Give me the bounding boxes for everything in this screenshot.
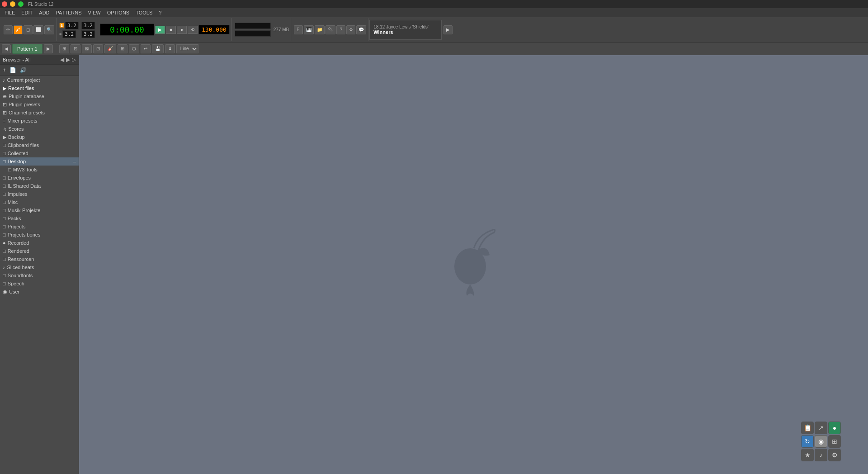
- settings-button[interactable]: ⚙: [346, 25, 355, 34]
- stop-button[interactable]: ■: [166, 26, 176, 34]
- piano-roll-button[interactable]: 🎹: [304, 25, 314, 34]
- play-button[interactable]: ▶: [155, 26, 165, 34]
- browser-item-projects-bones[interactable]: □Projects bones: [0, 231, 79, 239]
- share-btn[interactable]: ↗: [815, 422, 827, 434]
- main-area: Browser - All ◀ ▶ ▷ + 📄 🔊 ♪Current proje…: [0, 55, 868, 474]
- menu-item-add[interactable]: ADD: [36, 9, 52, 16]
- browser-add-button[interactable]: +: [2, 66, 7, 74]
- browser-item-channel-presets[interactable]: ⊞Channel presets: [0, 109, 79, 117]
- erase-tool-button[interactable]: ◻: [24, 25, 33, 34]
- browser-nav-forward[interactable]: ▶: [66, 57, 70, 63]
- browser-item-recorded[interactable]: ●Recorded: [0, 239, 79, 247]
- next-song-button[interactable]: ▶: [443, 25, 453, 34]
- menu-item-options[interactable]: OPTIONS: [104, 9, 132, 16]
- save-btn[interactable]: 💾: [152, 44, 164, 53]
- menu-bar: FILEEDITADDPATTERNSVIEWOPTIONSTOOLS?: [0, 8, 868, 17]
- browser-item-ressourcen[interactable]: □Ressourcen: [0, 255, 79, 263]
- browser-item-recent-files[interactable]: ▶Recent files: [0, 84, 79, 92]
- chat-button[interactable]: 💬: [356, 25, 366, 34]
- transport-section: 0:00.00 ▶ ■ ● ⟲ 130.000: [98, 18, 232, 41]
- browser-item-projects[interactable]: □Projects: [0, 223, 79, 231]
- musik-projekte-icon: □: [3, 208, 6, 213]
- grid-btn[interactable]: ⊞: [828, 435, 841, 448]
- menu-item-view[interactable]: VIEW: [85, 9, 104, 16]
- record-button[interactable]: ●: [177, 26, 187, 34]
- extra2-btn[interactable]: ♪: [815, 449, 827, 461]
- zoom-tool-button[interactable]: 🔍: [44, 25, 54, 34]
- song-mode-btn[interactable]: ⊞: [59, 44, 69, 53]
- browser-item-packs[interactable]: □Packs: [0, 214, 79, 223]
- browser-speaker-button[interactable]: 🔊: [19, 66, 28, 74]
- browser-item-misc[interactable]: □Misc: [0, 198, 79, 206]
- close-button[interactable]: [2, 1, 7, 7]
- browser-expand[interactable]: ▷: [72, 57, 76, 63]
- window-title: FL Studio 12: [28, 2, 53, 7]
- mw3-tools-label: MW3 Tools: [13, 167, 38, 172]
- menu-item-tools[interactable]: TOOLS: [133, 9, 155, 16]
- help-button[interactable]: ?: [336, 25, 345, 34]
- browser-item-soundfonts[interactable]: □Soundfonts: [0, 271, 79, 280]
- chord-btn[interactable]: 🎸: [104, 44, 116, 53]
- browser-item-plugin-database[interactable]: ⊕Plugin database: [0, 92, 79, 100]
- browser-item-backup[interactable]: ▶Backup: [0, 133, 79, 141]
- green-btn[interactable]: ●: [828, 422, 841, 434]
- browser-item-collected[interactable]: □Collected: [0, 149, 79, 157]
- line-mode-select[interactable]: Line: [176, 44, 198, 53]
- recent-files-label: Recent files: [8, 85, 34, 91]
- browser-item-mixer-presets[interactable]: ≡Mixer presets: [0, 117, 79, 125]
- packs-icon: □: [3, 216, 6, 221]
- eye-btn[interactable]: ◉: [815, 435, 827, 448]
- minimize-button[interactable]: [10, 1, 15, 7]
- browser-item-scores[interactable]: ♫Scores: [0, 125, 79, 133]
- browser-item-musik-projekte[interactable]: □Musik-Projekte: [0, 206, 79, 214]
- browser-item-current-project[interactable]: ♪Current project: [0, 76, 79, 84]
- undo-btn[interactable]: ↩: [141, 44, 151, 53]
- browser-item-desktop[interactable]: □Desktop–: [0, 157, 79, 166]
- plugin-button[interactable]: 🔌: [326, 25, 335, 34]
- pattern-next-button[interactable]: ▶: [44, 44, 53, 53]
- paint-tool-button[interactable]: 🖌: [14, 25, 23, 34]
- extra3-btn[interactable]: ⚙: [828, 449, 841, 461]
- copy-btn[interactable]: 📋: [801, 422, 814, 434]
- menu-item-file[interactable]: FILE: [2, 9, 18, 16]
- browser-item-il-shared-data[interactable]: □IL Shared Data: [0, 182, 79, 190]
- pattern-prev-button[interactable]: ◀: [2, 44, 11, 53]
- maximize-button[interactable]: [18, 1, 24, 7]
- pattern-label-button[interactable]: Pattern 1: [12, 44, 42, 54]
- menu-item-edit[interactable]: EDIT: [19, 9, 35, 16]
- snap-btn[interactable]: ⊡: [71, 44, 80, 53]
- browser-file-button[interactable]: 📄: [9, 66, 17, 74]
- loop-button[interactable]: ⟲: [188, 26, 198, 34]
- browser-item-plugin-presets[interactable]: ⊡Plugin presets: [0, 100, 79, 109]
- mixer-button[interactable]: 🎚: [294, 25, 303, 34]
- peak-meter-left: [235, 23, 271, 29]
- lasso-btn[interactable]: ⬡: [129, 44, 139, 53]
- browser-item-envelopes[interactable]: □Envelopes: [0, 174, 79, 182]
- menu-item-?[interactable]: ?: [156, 9, 164, 16]
- soundfonts-icon: □: [3, 273, 6, 278]
- stamp-btn[interactable]: ⊞: [118, 44, 127, 53]
- peak-meter-right: [235, 30, 271, 37]
- browser-item-clipboard-files[interactable]: □Clipboard files: [0, 141, 79, 149]
- browser-item-rendered[interactable]: □Rendered: [0, 247, 79, 255]
- browser-item-user[interactable]: ◉User: [0, 288, 79, 296]
- channel-presets-label: Channel presets: [9, 110, 45, 115]
- browser-item-impulses[interactable]: □Impulses: [0, 190, 79, 198]
- draw-tool-button[interactable]: ✏: [4, 25, 13, 34]
- arp-btn[interactable]: ⊡: [93, 44, 103, 53]
- extra1-btn[interactable]: ★: [801, 449, 814, 461]
- step-counter-label: ≡: [59, 32, 61, 36]
- refresh-btn[interactable]: ↻: [801, 435, 814, 448]
- select-tool-button[interactable]: ⬜: [33, 25, 43, 34]
- browser-item-sliced-beats[interactable]: ♪Sliced beats: [0, 263, 79, 271]
- browser-item-speech[interactable]: □Speech: [0, 280, 79, 288]
- quantize-btn[interactable]: ⊠: [82, 44, 92, 53]
- browser-item-mw3-tools[interactable]: □MW3 Tools: [0, 166, 79, 174]
- browser-button[interactable]: 📁: [315, 25, 325, 34]
- export-btn[interactable]: ⬇: [165, 44, 175, 53]
- projects-icon: □: [3, 224, 6, 229]
- menu-item-patterns[interactable]: PATTERNS: [53, 9, 85, 16]
- browser-toolbar: + 📄 🔊: [0, 65, 79, 76]
- browser-items-container: ♪Current project▶Recent files⊕Plugin dat…: [0, 76, 79, 296]
- browser-nav-back[interactable]: ◀: [60, 57, 64, 63]
